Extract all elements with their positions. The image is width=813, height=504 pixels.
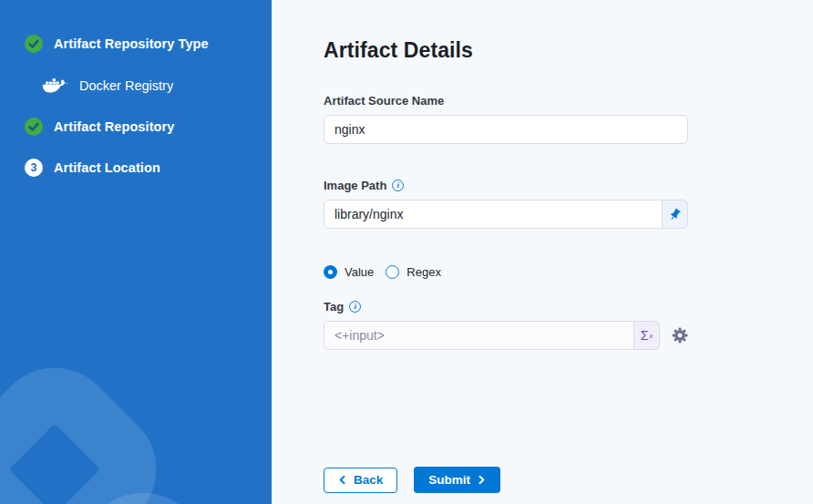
docker-whale-icon xyxy=(42,76,69,95)
step-artifact-location[interactable]: 3 Artifact Location xyxy=(25,159,272,177)
check-circle-icon xyxy=(25,118,43,136)
chevron-right-icon xyxy=(477,475,486,485)
tag-label: Tag xyxy=(324,300,344,314)
step-artifact-repository-type[interactable]: Artifact Repository Type xyxy=(25,35,272,53)
step-label: Artifact Location xyxy=(54,160,160,175)
step-label: Artifact Repository Type xyxy=(54,36,209,51)
image-path-input[interactable] xyxy=(324,200,663,229)
substep-label: Docker Registry xyxy=(79,78,173,93)
tag-settings-button[interactable] xyxy=(672,327,688,344)
artifact-source-name-label: Artifact Source Name xyxy=(324,94,444,108)
tag-input[interactable] xyxy=(324,321,634,350)
submit-button[interactable]: Submit xyxy=(414,467,500,493)
back-button[interactable]: Back xyxy=(324,468,397,493)
image-path-label: Image Path xyxy=(324,179,386,192)
radio-value[interactable]: Value xyxy=(324,265,374,279)
tag-mode-radio-group: Value Regex xyxy=(324,265,813,279)
step-label: Artifact Repository xyxy=(54,119,174,134)
info-icon[interactable] xyxy=(392,180,404,191)
radio-regex-label: Regex xyxy=(406,265,441,279)
artifact-source-name-field: Artifact Source Name xyxy=(324,94,688,144)
wizard-actions: Back Submit xyxy=(324,467,813,493)
pin-icon xyxy=(668,208,682,221)
gear-icon xyxy=(672,327,688,344)
image-path-field: Image Path xyxy=(324,179,688,229)
pin-input-type-button[interactable] xyxy=(663,200,688,229)
tag-field: Tag Σx xyxy=(324,300,688,350)
artifact-source-name-input[interactable] xyxy=(324,115,688,144)
step-number-badge: 3 xyxy=(25,159,43,177)
radio-value-label: Value xyxy=(345,265,374,279)
info-icon[interactable] xyxy=(349,301,361,313)
chevron-left-icon xyxy=(338,475,347,485)
radio-selected-icon xyxy=(324,265,337,279)
radio-unselected-icon xyxy=(386,265,399,279)
wizard-steps-sidebar: Artifact Repository Type Docker Registry xyxy=(0,0,272,504)
substep-docker-registry: Docker Registry xyxy=(42,76,272,95)
expression-type-button[interactable]: Σx xyxy=(634,321,660,350)
check-circle-icon xyxy=(25,35,43,53)
artifact-details-panel: Artifact Details Artifact Source Name Im… xyxy=(272,0,813,504)
sigma-expression-icon: Σ xyxy=(641,329,649,342)
step-artifact-repository[interactable]: Artifact Repository xyxy=(25,118,272,136)
artifact-wizard-window: Artifact Repository Type Docker Registry xyxy=(0,0,813,504)
radio-regex[interactable]: Regex xyxy=(386,265,441,279)
page-title: Artifact Details xyxy=(324,38,813,63)
